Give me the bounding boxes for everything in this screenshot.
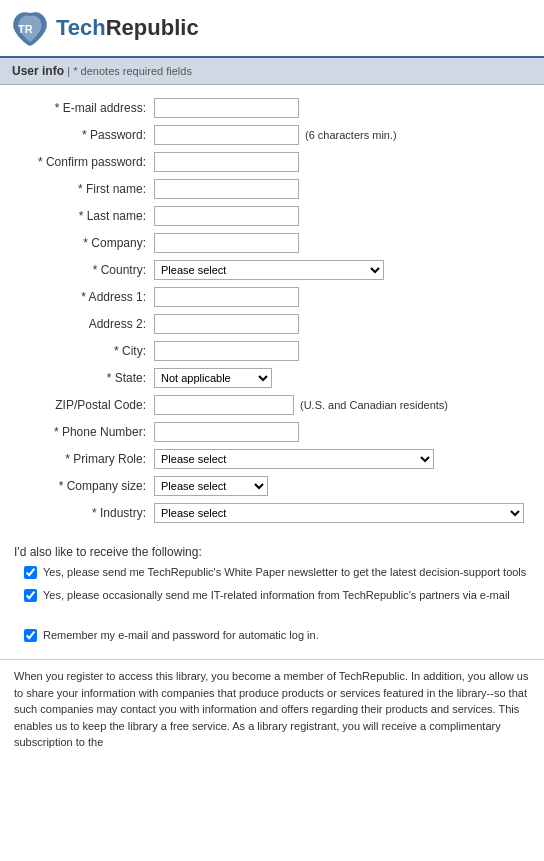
address1-label: * Address 1:	[14, 290, 154, 304]
company-size-label: * Company size:	[14, 479, 154, 493]
industry-row: * Industry: Please select	[14, 502, 530, 524]
primary-role-label: * Primary Role:	[14, 452, 154, 466]
state-select[interactable]: Not applicable	[154, 368, 272, 388]
remember-section: Remember my e-mail and password for auto…	[0, 624, 544, 655]
zip-hint: (U.S. and Canadian residents)	[300, 399, 448, 411]
required-note: | * denotes required fields	[67, 65, 192, 77]
country-row: * Country: Please select	[14, 259, 530, 281]
primary-role-row: * Primary Role: Please select	[14, 448, 530, 470]
zip-label: ZIP/Postal Code:	[14, 398, 154, 412]
state-label: * State:	[14, 371, 154, 385]
industry-select[interactable]: Please select	[154, 503, 524, 523]
phone-input[interactable]	[154, 422, 299, 442]
remember-label: Remember my e-mail and password for auto…	[43, 628, 319, 643]
address2-label: Address 2:	[14, 317, 154, 331]
remember-checkbox[interactable]	[24, 629, 37, 642]
zip-row: ZIP/Postal Code: (U.S. and Canadian resi…	[14, 394, 530, 416]
primary-role-select[interactable]: Please select	[154, 449, 434, 469]
company-input[interactable]	[154, 233, 299, 253]
city-input[interactable]	[154, 341, 299, 361]
email-label: * E-mail address:	[14, 101, 154, 115]
white-paper-checkbox[interactable]	[24, 566, 37, 579]
first-name-input[interactable]	[154, 179, 299, 199]
password-label: * Password:	[14, 128, 154, 142]
white-paper-label: Yes, please send me TechRepublic's White…	[43, 565, 526, 580]
remember-row: Remember my e-mail and password for auto…	[14, 628, 530, 643]
confirm-password-label: * Confirm password:	[14, 155, 154, 169]
address1-row: * Address 1:	[14, 286, 530, 308]
svg-text:TR: TR	[18, 23, 33, 35]
email-row: * E-mail address:	[14, 97, 530, 119]
password-hint: (6 characters min.)	[305, 129, 397, 141]
country-label: * Country:	[14, 263, 154, 277]
last-name-input[interactable]	[154, 206, 299, 226]
user-info-form: * E-mail address: * Password: (6 charact…	[0, 93, 544, 539]
company-row: * Company:	[14, 232, 530, 254]
first-name-row: * First name:	[14, 178, 530, 200]
company-size-row: * Company size: Please select	[14, 475, 530, 497]
address1-input[interactable]	[154, 287, 299, 307]
it-info-label: Yes, please occasionally send me IT-rela…	[43, 588, 510, 603]
password-input[interactable]	[154, 125, 299, 145]
zip-input[interactable]	[154, 395, 294, 415]
last-name-label: * Last name:	[14, 209, 154, 223]
phone-label: * Phone Number:	[14, 425, 154, 439]
password-row: * Password: (6 characters min.)	[14, 124, 530, 146]
first-name-label: * First name:	[14, 182, 154, 196]
state-row: * State: Not applicable	[14, 367, 530, 389]
confirm-password-input[interactable]	[154, 152, 299, 172]
confirm-password-row: * Confirm password:	[14, 151, 530, 173]
country-select[interactable]: Please select	[154, 260, 384, 280]
last-name-row: * Last name:	[14, 205, 530, 227]
header: TR TechRepublic	[0, 0, 544, 58]
company-size-select[interactable]: Please select	[154, 476, 268, 496]
section-title: User info	[12, 64, 64, 78]
address2-row: Address 2:	[14, 313, 530, 335]
checkboxes-intro: I'd also like to receive the following:	[14, 545, 530, 559]
address2-input[interactable]	[154, 314, 299, 334]
checkboxes-section: I'd also like to receive the following: …	[0, 539, 544, 616]
section-header: User info | * denotes required fields	[0, 58, 544, 85]
bottom-text: When you register to access this library…	[0, 659, 544, 761]
email-input[interactable]	[154, 98, 299, 118]
it-info-checkbox[interactable]	[24, 589, 37, 602]
industry-label: * Industry:	[14, 506, 154, 520]
city-label: * City:	[14, 344, 154, 358]
phone-row: * Phone Number:	[14, 421, 530, 443]
white-paper-row: Yes, please send me TechRepublic's White…	[14, 565, 530, 580]
city-row: * City:	[14, 340, 530, 362]
it-info-row: Yes, please occasionally send me IT-rela…	[14, 588, 530, 603]
company-label: * Company:	[14, 236, 154, 250]
techrepublic-logo-icon: TR	[10, 8, 50, 48]
logo-text: TechRepublic	[56, 15, 199, 41]
